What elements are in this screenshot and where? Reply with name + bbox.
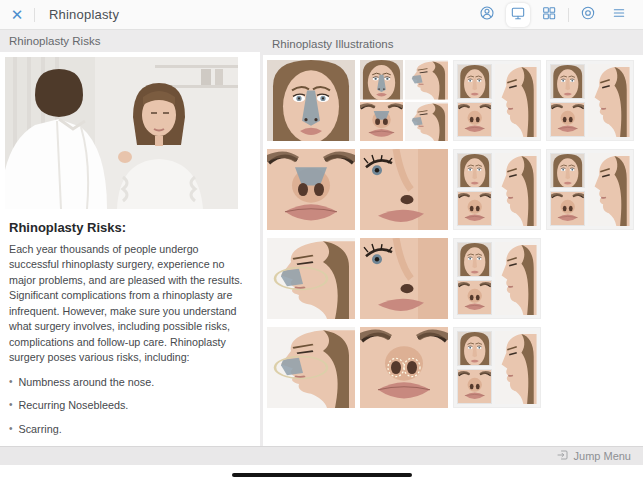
thumb-up — [550, 102, 585, 137]
illustration-thumbnail[interactable] — [453, 60, 541, 141]
top-bar: ✕ Rhinoplasty — [0, 0, 643, 30]
thumb-profile — [588, 64, 630, 137]
risks-pane: Rhinoplasty Risks — [0, 30, 260, 446]
thumb-front — [360, 60, 403, 100]
content-area: Rhinoplasty Risks — [0, 30, 643, 446]
page-title: Rhinoplasty — [49, 7, 119, 22]
bullet-icon: • — [9, 422, 13, 436]
risk-item: •Persistent Swelling. — [9, 445, 250, 446]
risk-item: •Scarring. — [9, 422, 250, 436]
illustration-thumbnail[interactable] — [267, 60, 355, 141]
monitor-icon — [510, 5, 526, 25]
jump-menu-label: Jump Menu — [574, 450, 631, 462]
risk-item: •Recurring Nosebleeds. — [9, 398, 250, 412]
illustration-thumbnail[interactable] — [453, 238, 541, 319]
thumb-up — [457, 280, 492, 315]
home-strip — [0, 465, 643, 482]
illustration-thumbnail[interactable] — [360, 238, 448, 319]
jump-menu-button[interactable]: Jump Menu — [557, 449, 631, 463]
thumb-up — [550, 191, 585, 226]
grid-view-button[interactable] — [537, 3, 561, 27]
close-icon: ✕ — [11, 6, 24, 24]
illustration-thumbnail[interactable] — [267, 327, 355, 408]
illustrations-pane-header: Rhinoplasty Illustrations — [263, 30, 643, 55]
consultation-photo — [5, 57, 238, 209]
thumb-front — [457, 331, 492, 366]
illustration-thumbnail[interactable] — [453, 327, 541, 408]
illustrations-grid — [263, 55, 643, 413]
bullet-icon: • — [9, 375, 13, 389]
illustration-thumbnail[interactable] — [360, 149, 448, 230]
illustration-thumbnail[interactable] — [267, 238, 355, 319]
thumb-profile — [495, 331, 537, 404]
app-window: ✕ Rhinoplasty Rhinoplasty R — [0, 0, 643, 482]
thumb-profile — [495, 153, 537, 226]
illustrations-pane: Rhinoplasty Illustrations — [263, 30, 643, 446]
illustration-thumbnail[interactable] — [546, 60, 634, 141]
thumb-up — [457, 191, 492, 226]
risks-heading: Rhinoplasty Risks: — [9, 220, 251, 235]
close-button[interactable]: ✕ — [0, 0, 34, 30]
empty-cell — [546, 238, 634, 319]
risks-card[interactable]: Rhinoplasty Risks: Each year thousands o… — [0, 52, 260, 446]
thumb-profile — [405, 102, 448, 142]
empty-cell — [546, 327, 634, 408]
home-indicator[interactable] — [232, 473, 412, 477]
grid-icon — [541, 5, 557, 25]
thumb-profile — [495, 64, 537, 137]
risk-item: •Numbness around the nose. — [9, 375, 250, 389]
thumb-front — [457, 64, 492, 99]
thumb-front — [550, 153, 585, 188]
illustration-thumbnail[interactable] — [360, 327, 448, 408]
presentation-button[interactable] — [506, 3, 530, 27]
bottom-bar: Jump Menu — [0, 446, 643, 465]
account-button[interactable] — [475, 3, 499, 27]
hamburger-icon — [611, 5, 627, 25]
thumb-up — [457, 102, 492, 137]
thumb-front — [457, 153, 492, 188]
thumb-up — [457, 369, 492, 404]
thumb-profile — [405, 60, 448, 100]
bullet-icon: • — [9, 398, 13, 412]
menu-button[interactable] — [607, 3, 631, 27]
thumb-profile — [495, 242, 537, 315]
toolbar-icons — [475, 3, 643, 27]
account-icon — [479, 5, 495, 25]
thumb-up — [360, 102, 403, 142]
record-icon — [580, 5, 596, 25]
thumb-front — [550, 64, 585, 99]
risks-pane-header: Rhinoplasty Risks — [0, 30, 260, 52]
illustration-thumbnail[interactable] — [546, 149, 634, 230]
jump-menu-icon — [557, 449, 569, 463]
illustration-thumbnail[interactable] — [267, 149, 355, 230]
divider — [34, 8, 35, 22]
illustration-thumbnail[interactable] — [453, 149, 541, 230]
illustration-thumbnail[interactable] — [360, 60, 448, 141]
bullet-icon: • — [9, 445, 13, 446]
thumb-front — [457, 242, 492, 277]
illustrations-card — [263, 55, 643, 446]
divider — [568, 8, 569, 22]
risks-list: •Numbness around the nose.•Recurring Nos… — [9, 375, 250, 446]
risks-intro-text: Each year thousands of people undergo su… — [9, 242, 250, 366]
record-button[interactable] — [576, 3, 600, 27]
thumb-profile — [588, 153, 630, 226]
